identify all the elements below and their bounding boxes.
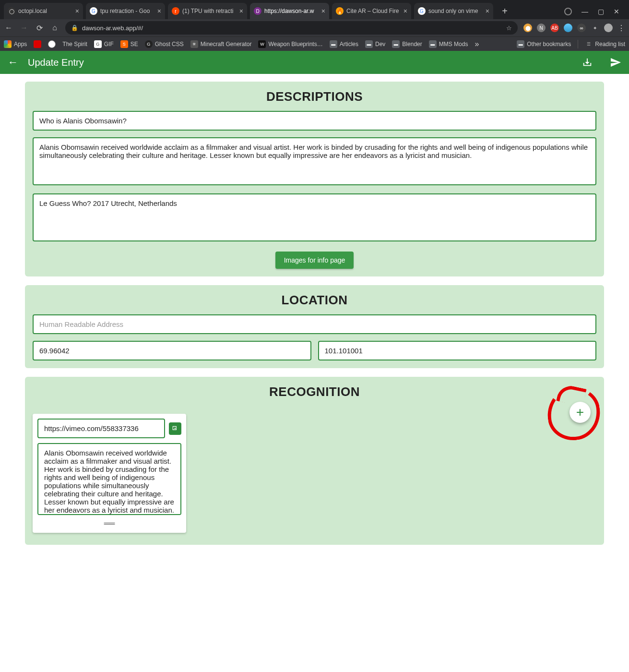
lock-icon: 🔒 bbox=[71, 24, 78, 31]
favicon-icon: G bbox=[418, 7, 426, 15]
extension-icon[interactable] bbox=[564, 24, 572, 32]
favicon-icon: r bbox=[172, 7, 179, 15]
window-controls: — ▢ ✕ bbox=[564, 8, 625, 19]
browser-tab[interactable]: G sound only on vime × bbox=[414, 3, 493, 19]
bookmark-item[interactable]: SSE bbox=[120, 40, 138, 48]
bookmark-folder[interactable]: ▬Blender bbox=[392, 40, 422, 48]
bookmarks-bar: Apps The Spirit GGIF SSE GGhost CSS ✳Min… bbox=[0, 36, 629, 51]
favicon-icon: ◯ bbox=[8, 7, 15, 15]
tab-title: https://dawson-ar.w bbox=[264, 8, 319, 14]
favicon-icon: D bbox=[254, 7, 261, 15]
close-icon[interactable]: × bbox=[486, 7, 489, 15]
nav-forward-icon[interactable]: → bbox=[19, 24, 29, 32]
close-window-icon[interactable]: ✕ bbox=[614, 8, 619, 15]
app-viewport: ← Update Entry DESCRIPTIONS Images for i… bbox=[0, 51, 629, 672]
section-heading: DESCRIPTIONS bbox=[33, 89, 596, 104]
bookmark-item[interactable]: GGhost CSS bbox=[145, 40, 184, 48]
browser-tab[interactable]: G tpu retraction - Goo × bbox=[86, 3, 165, 19]
browser-tab[interactable]: ◯ octopi.local × bbox=[4, 3, 83, 19]
home-icon[interactable]: ⌂ bbox=[50, 24, 59, 32]
section-heading: LOCATION bbox=[33, 293, 596, 308]
minimize-icon[interactable]: — bbox=[582, 8, 588, 15]
close-icon[interactable]: × bbox=[239, 7, 243, 15]
play-icon[interactable] bbox=[169, 422, 181, 435]
images-button[interactable]: Images for info page bbox=[275, 252, 354, 269]
star-icon[interactable]: ☆ bbox=[506, 24, 512, 32]
bookmark-item[interactable]: WWeapon Blueprints… bbox=[258, 40, 322, 48]
latitude-input[interactable] bbox=[33, 341, 311, 360]
bookmark-apps[interactable]: Apps bbox=[4, 40, 27, 48]
browser-tab-strip: ◯ octopi.local × G tpu retraction - Goo … bbox=[0, 0, 629, 19]
page-content: DESCRIPTIONS Images for info page LOCATI… bbox=[0, 74, 629, 672]
add-recognition-button[interactable]: + bbox=[570, 402, 591, 423]
location-section: LOCATION bbox=[25, 285, 604, 368]
tab-title: octopi.local bbox=[18, 8, 72, 14]
tab-title: sound only on vime bbox=[428, 8, 483, 14]
extension-icon[interactable]: ∞ bbox=[577, 24, 586, 32]
url-text: dawson-ar.web.app/#/ bbox=[82, 24, 143, 32]
close-icon[interactable]: × bbox=[157, 7, 161, 15]
kebab-menu-icon[interactable]: ⋮ bbox=[617, 24, 625, 33]
recognition-section: RECOGNITION + ══ bbox=[25, 377, 604, 545]
reload-icon[interactable]: ⟳ bbox=[35, 24, 44, 33]
app-header: ← Update Entry bbox=[0, 51, 629, 74]
close-icon[interactable]: × bbox=[321, 7, 325, 15]
tab-title: Cite AR – Cloud Fire bbox=[346, 8, 401, 14]
record-icon[interactable] bbox=[564, 8, 572, 15]
favicon-icon: 🔥 bbox=[336, 7, 344, 15]
extensions-menu-icon[interactable]: ✦ bbox=[591, 24, 599, 32]
address-bar: ← → ⟳ ⌂ 🔒 dawson-ar.web.app/#/ ☆ ⬤ N AB … bbox=[0, 19, 629, 36]
title-input[interactable] bbox=[33, 111, 596, 131]
tab-title: tpu retraction - Goo bbox=[100, 8, 154, 14]
bookmark-item[interactable]: GGIF bbox=[94, 40, 114, 48]
bookmark-folder[interactable]: ▬Articles bbox=[330, 40, 358, 48]
bookmark-item[interactable]: The Spirit bbox=[62, 41, 87, 48]
download-button[interactable] bbox=[582, 57, 593, 68]
extension-icon[interactable]: ⬤ bbox=[523, 24, 532, 32]
section-heading: RECOGNITION bbox=[33, 384, 596, 399]
bookmark-folder[interactable]: ▬Dev bbox=[365, 40, 385, 48]
reading-list[interactable]: ☰Reading list bbox=[585, 40, 625, 48]
bookmark-item[interactable]: ✳Minecraft Generator bbox=[190, 40, 252, 48]
omnibox[interactable]: 🔒 dawson-ar.web.app/#/ ☆ bbox=[65, 21, 518, 35]
close-icon[interactable]: × bbox=[404, 7, 407, 15]
longitude-input[interactable] bbox=[318, 341, 597, 360]
maximize-icon[interactable]: ▢ bbox=[598, 8, 604, 15]
toolbar-right-icons: ⬤ N AB ∞ ✦ ⋮ bbox=[523, 24, 625, 33]
bookmark-item[interactable] bbox=[34, 40, 41, 48]
favicon-icon: G bbox=[90, 7, 97, 15]
send-button[interactable] bbox=[610, 57, 621, 68]
nav-back-icon[interactable]: ← bbox=[4, 24, 13, 32]
browser-tab-active[interactable]: D https://dawson-ar.w × bbox=[250, 3, 329, 19]
extension-icon[interactable]: N bbox=[537, 24, 546, 32]
page-title: Update Entry bbox=[28, 57, 84, 68]
drag-handle-icon[interactable]: ══ bbox=[37, 519, 181, 528]
body-textarea[interactable] bbox=[33, 137, 596, 185]
new-tab-button[interactable]: + bbox=[498, 4, 511, 18]
profile-avatar-icon[interactable] bbox=[604, 24, 613, 32]
descriptions-section: DESCRIPTIONS Images for info page bbox=[25, 82, 604, 276]
caption-textarea[interactable] bbox=[33, 193, 596, 241]
browser-tab[interactable]: r (1) TPU with retracti × bbox=[168, 3, 247, 19]
address-input[interactable] bbox=[33, 314, 596, 334]
recognition-item: ══ bbox=[33, 414, 186, 533]
other-bookmarks[interactable]: ▬Other bookmarks bbox=[517, 40, 571, 48]
close-icon[interactable]: × bbox=[75, 7, 79, 15]
bookmark-item[interactable] bbox=[48, 40, 56, 48]
extension-icon[interactable]: AB bbox=[550, 24, 559, 32]
recognition-url-input[interactable] bbox=[37, 419, 165, 438]
back-button[interactable]: ← bbox=[8, 56, 18, 69]
browser-tab[interactable]: 🔥 Cite AR – Cloud Fire × bbox=[332, 3, 411, 19]
bookmark-overflow-icon[interactable]: » bbox=[475, 40, 479, 48]
recognition-desc-textarea[interactable] bbox=[37, 443, 181, 515]
bookmark-folder[interactable]: ▬MMS Mods bbox=[429, 40, 468, 48]
tab-title: (1) TPU with retracti bbox=[182, 8, 237, 14]
